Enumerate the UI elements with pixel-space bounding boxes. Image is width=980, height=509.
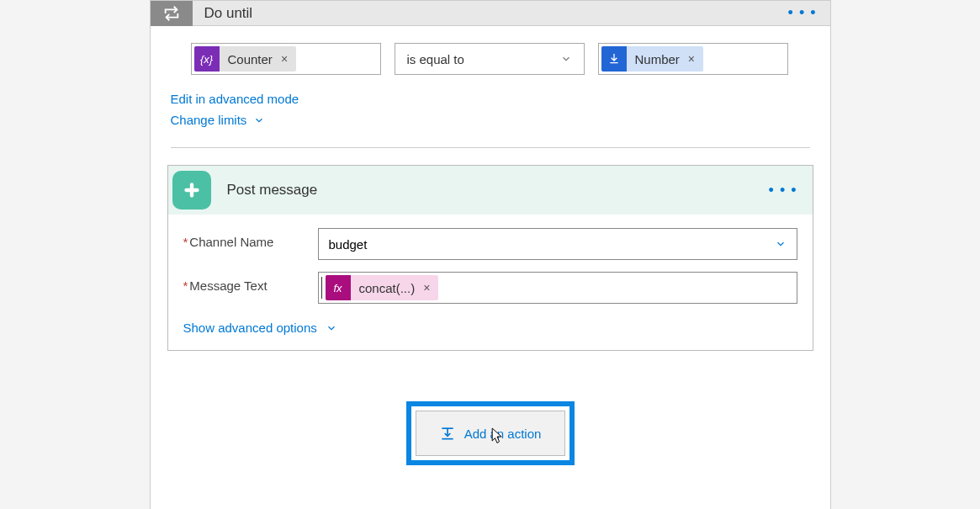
input-icon	[601, 46, 627, 72]
chevron-down-icon	[560, 53, 572, 65]
post-message-header[interactable]: Post message • • •	[168, 166, 813, 215]
token-remove-icon[interactable]: ×	[421, 281, 438, 294]
change-limits-label: Change limits	[171, 113, 247, 127]
slack-icon	[168, 166, 215, 215]
fx-icon: fx	[326, 275, 351, 300]
channel-label: *Channel Name	[183, 228, 318, 249]
mouse-cursor-icon	[489, 427, 506, 447]
expression-token-concat[interactable]: fx concat(...) ×	[326, 275, 439, 300]
add-step-icon	[439, 425, 456, 442]
variable-token-counter[interactable]: {x} Counter ×	[194, 46, 297, 72]
do-until-more-icon[interactable]: • • •	[788, 4, 817, 22]
post-message-title: Post message	[227, 182, 318, 199]
token-remove-icon[interactable]: ×	[279, 52, 296, 66]
chevron-down-icon	[775, 238, 787, 250]
channel-value: budget	[329, 237, 368, 252]
edit-advanced-link[interactable]: Edit in advanced mode	[151, 88, 830, 109]
variable-icon: {x}	[194, 46, 220, 72]
divider	[171, 147, 810, 148]
add-action-container: Add an action	[151, 368, 830, 509]
do-until-title: Do until	[204, 5, 253, 22]
post-message-more-icon[interactable]: • • •	[769, 182, 797, 199]
text-cursor	[321, 277, 322, 299]
message-row: *Message Text fx concat(...) ×	[183, 272, 797, 304]
input-token-number[interactable]: Number ×	[601, 46, 704, 72]
form-body: *Channel Name budget *Message Text fx co…	[168, 215, 813, 350]
do-until-header[interactable]: Do until • • •	[151, 1, 830, 26]
chevron-down-icon	[253, 114, 265, 126]
show-advanced-label: Show advanced options	[183, 321, 317, 335]
token-label: Counter	[220, 52, 279, 66]
change-limits-link[interactable]: Change limits	[151, 109, 830, 141]
message-label: *Message Text	[183, 272, 318, 293]
chevron-down-icon	[326, 322, 337, 334]
channel-select[interactable]: budget	[318, 228, 797, 260]
post-message-card: Post message • • • *Channel Name budget …	[167, 165, 813, 351]
condition-left-field[interactable]: {x} Counter ×	[191, 43, 381, 75]
operator-value: is equal to	[407, 52, 464, 66]
channel-row: *Channel Name budget	[183, 228, 797, 260]
show-advanced-link[interactable]: Show advanced options	[183, 315, 797, 338]
token-label: Number	[627, 52, 686, 66]
message-input[interactable]: fx concat(...) ×	[318, 272, 797, 304]
condition-operator-select[interactable]: is equal to	[395, 43, 585, 75]
add-action-highlight: Add an action	[406, 401, 575, 465]
condition-row: {x} Counter × is equal to Number ×	[151, 26, 830, 88]
token-label: concat(...)	[351, 281, 422, 295]
token-remove-icon[interactable]: ×	[686, 52, 703, 66]
loop-icon	[151, 1, 193, 26]
svg-rect-1	[189, 183, 193, 197]
condition-right-field[interactable]: Number ×	[598, 43, 788, 75]
